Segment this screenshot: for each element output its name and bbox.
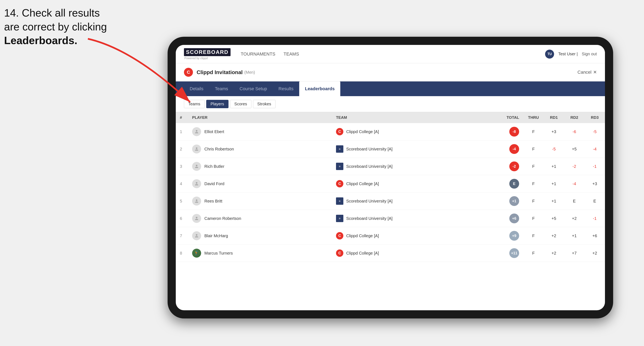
- filter-scores[interactable]: Scores: [230, 100, 252, 108]
- tab-results[interactable]: Results: [273, 81, 299, 96]
- cell-total: +9: [494, 227, 523, 245]
- team-name: Clippd College [A]: [346, 233, 379, 238]
- cell-total: E: [494, 175, 523, 192]
- cell-team: CClippd College [A]: [332, 123, 494, 141]
- col-rd1: RD1: [544, 112, 564, 123]
- cell-thru: F: [523, 123, 544, 141]
- cell-thru: F: [523, 175, 544, 192]
- leaderboard-table-container: # PLAYER TEAM TOTAL THRU RD1 RD2 RD3 1El…: [176, 112, 605, 310]
- score-badge: +1: [509, 196, 519, 206]
- cell-player: Blair McHarg: [188, 227, 332, 245]
- cell-team: ≡Scoreboard University [A]: [332, 158, 494, 175]
- tab-details[interactable]: Details: [184, 81, 209, 96]
- cell-rd3: -5: [584, 123, 605, 141]
- team-name: Scoreboard University [A]: [346, 147, 392, 152]
- tab-teams[interactable]: Teams: [209, 81, 234, 96]
- navbar: SCOREBOARD Powered by clippd TOURNAMENTS…: [176, 45, 605, 63]
- cell-total: +6: [494, 210, 523, 227]
- user-avatar: TU: [545, 50, 554, 59]
- cell-rank: 2: [176, 141, 188, 158]
- cell-player: Chris Robertson: [188, 141, 332, 158]
- cell-rd2: E: [564, 192, 584, 210]
- col-thru: THRU: [523, 112, 544, 123]
- cell-rank: 3: [176, 158, 188, 175]
- team-icon-clippd: C: [336, 128, 343, 135]
- team-icon-clippd: C: [336, 180, 343, 187]
- logo-area: SCOREBOARD Powered by clippd: [184, 48, 230, 60]
- cell-rd2: +1: [564, 227, 584, 245]
- cell-rd2: -6: [564, 123, 584, 141]
- cell-rd1: +1: [544, 192, 564, 210]
- cell-rd1: +1: [544, 175, 564, 192]
- filter-bar: Teams Players Scores Strokes: [176, 96, 605, 112]
- table-row: 2Chris Robertson≡Scoreboard University […: [176, 141, 605, 158]
- cell-player: 🏌️Marcus Turners: [188, 245, 332, 262]
- score-badge: -4: [509, 144, 519, 154]
- tab-leaderboards[interactable]: Leaderboards: [299, 81, 340, 96]
- table-row: 5Rees Britt≡Scoreboard University [A]+1F…: [176, 192, 605, 210]
- avatar: [192, 196, 201, 205]
- svg-point-6: [196, 217, 198, 218]
- cell-rd2: -2: [564, 158, 584, 175]
- cell-rd1: -5: [544, 141, 564, 158]
- tab-navigation: Details Teams Course Setup Results Leade…: [176, 81, 605, 96]
- avatar: [192, 231, 201, 240]
- team-icon-scoreboard: ≡: [336, 215, 343, 222]
- avatar: [192, 179, 201, 188]
- cell-rd2: +2: [564, 210, 584, 227]
- team-icon-scoreboard: ≡: [336, 197, 343, 205]
- filter-players[interactable]: Players: [206, 100, 228, 108]
- svg-point-4: [196, 182, 198, 184]
- col-total: TOTAL: [494, 112, 523, 123]
- cell-rank: 4: [176, 175, 188, 192]
- tournament-title: Clippd Invitational: [196, 69, 242, 76]
- cell-rd3: +6: [584, 227, 605, 245]
- user-label: Test User |: [558, 52, 578, 56]
- cell-thru: F: [523, 141, 544, 158]
- tab-course-setup[interactable]: Course Setup: [234, 81, 273, 96]
- cell-team: ≡Scoreboard University [A]: [332, 210, 494, 227]
- cell-thru: F: [523, 158, 544, 175]
- cell-team: CClippd College [A]: [332, 245, 494, 262]
- score-badge: -2: [509, 162, 519, 171]
- tablet-screen: SCOREBOARD Powered by clippd TOURNAMENTS…: [176, 45, 605, 310]
- cell-rd3: -4: [584, 141, 605, 158]
- cell-total: +11: [494, 245, 523, 262]
- avatar: [192, 145, 201, 154]
- close-icon: ✕: [593, 70, 597, 75]
- svg-point-3: [196, 165, 198, 166]
- team-icon-clippd: C: [336, 249, 343, 257]
- filter-strokes[interactable]: Strokes: [253, 100, 276, 108]
- player-name: Blair McHarg: [204, 233, 228, 238]
- team-icon-scoreboard: ≡: [336, 163, 343, 170]
- team-name: Clippd College [A]: [346, 129, 379, 134]
- leaderboard-table: # PLAYER TEAM TOTAL THRU RD1 RD2 RD3 1El…: [176, 112, 605, 262]
- filter-teams[interactable]: Teams: [184, 100, 204, 108]
- logo-text: SCOREBOARD: [184, 48, 230, 56]
- cell-total: -4: [494, 141, 523, 158]
- cancel-button[interactable]: Cancel ✕: [578, 70, 597, 75]
- cell-rd1: +3: [544, 123, 564, 141]
- col-rd3: RD3: [584, 112, 605, 123]
- tournament-icon: C: [184, 68, 193, 77]
- cell-thru: F: [523, 227, 544, 245]
- cell-rd1: +5: [544, 210, 564, 227]
- cell-rd1: +1: [544, 158, 564, 175]
- cell-total: -2: [494, 158, 523, 175]
- team-name: Scoreboard University [A]: [346, 199, 392, 203]
- cell-thru: F: [523, 192, 544, 210]
- nav-tournaments[interactable]: TOURNAMENTS: [241, 51, 276, 58]
- svg-point-2: [196, 147, 198, 149]
- score-badge: E: [509, 179, 519, 189]
- table-row: 3Rich Butler≡Scoreboard University [A]-2…: [176, 158, 605, 175]
- nav-teams[interactable]: TEAMS: [284, 51, 299, 58]
- tournament-subtitle: (Men): [244, 70, 255, 75]
- cell-player: Rich Butler: [188, 158, 332, 175]
- table-row: 7Blair McHargCClippd College [A]+9F+2+1+…: [176, 227, 605, 245]
- signout-link[interactable]: Sign out: [582, 52, 597, 56]
- cell-rd3: E: [584, 192, 605, 210]
- cell-rank: 5: [176, 192, 188, 210]
- cell-rd2: +7: [564, 245, 584, 262]
- team-name: Scoreboard University [A]: [346, 164, 392, 169]
- player-name: Elliot Ebert: [204, 129, 224, 134]
